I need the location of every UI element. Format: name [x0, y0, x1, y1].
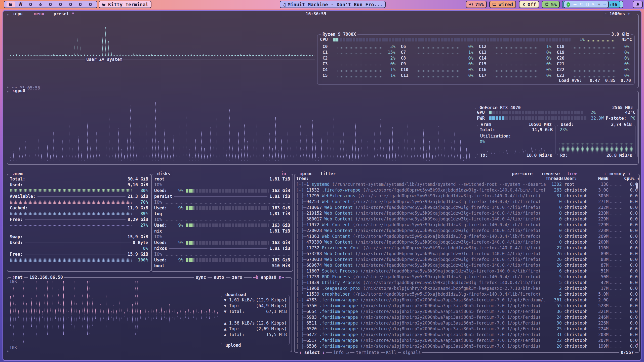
proc-row[interactable]: │ ├─11839 Utility Process (/nix/store/fq… — [295, 280, 639, 286]
disks-io-button[interactable]: io — [279, 171, 288, 177]
net-sync-button[interactable]: sync — [194, 275, 208, 280]
proc-row[interactable]: │ ├─11607 Socket Process (/nix/store/fqa… — [295, 268, 639, 274]
net-auto-button[interactable]: auto — [212, 275, 226, 280]
vram-util-value: 0% — [477, 139, 555, 145]
proc-tree-button[interactable]: tree — [566, 171, 579, 177]
core-graph — [337, 70, 382, 72]
workspace-empty[interactable] — [46, 2, 55, 7]
proc-cpu-graph — [609, 243, 624, 244]
net-zero-button[interactable]: zero — [230, 275, 244, 280]
proc-row[interactable]: │ ├─5983 .ferdium-wrappe (/nix/store/a1p… — [295, 314, 639, 320]
core-graph — [337, 47, 382, 49]
gpu-graph-baseline — [10, 160, 470, 162]
update-interval-control[interactable]: - 1000ms + — [603, 11, 632, 17]
proc-scrollbar-thumb[interactable] — [636, 183, 638, 189]
cpu-core: C220% — [554, 67, 632, 73]
tray-phone-icon[interactable] — [586, 3, 589, 7]
proc-signals-button[interactable]: signals — [401, 350, 422, 355]
proc-kill-button[interactable]: Kill — [385, 350, 398, 355]
net-interface-switcher[interactable]: ←b enp8s0 n→ — [252, 275, 286, 280]
core-graph — [493, 59, 538, 60]
proc-row[interactable]: │ ├─6536 .ferdium-wrappe (/nix/store/a1p… — [295, 343, 639, 349]
proc-row[interactable]: │ ├─11795 WebExtensions (/nix/store/fqad… — [295, 193, 639, 199]
proc-filter-button[interactable]: filter — [319, 171, 337, 177]
proc-row[interactable]: │ ├─11972 Web Content (/nix/store/fqadd0… — [295, 222, 639, 228]
proc-row[interactable]: │ ├─479390 Web Content (/nix/store/fqadd… — [295, 239, 639, 245]
download-title: download — [224, 292, 248, 298]
bluetooth-icon — [522, 2, 526, 7]
media-player[interactable]: ♫ Minuit Machine - Don't Run Fro... — [280, 1, 386, 8]
disk-io-graph — [165, 220, 290, 221]
proc-row[interactable]: │ ├─11732 Privileged Cont (/nix/store/fq… — [295, 245, 639, 251]
empty-workspace-icon — [49, 3, 52, 6]
proc-row[interactable]: │ ├─580017 Web Content (/nix/store/fqadd… — [295, 216, 639, 222]
tray-key-icon[interactable] — [592, 3, 595, 6]
workspace-empty[interactable] — [86, 2, 95, 7]
proc-cpu-graph — [609, 277, 624, 278]
disk-entry: nixos1,81 TiBIO%Used:9%163 GiB — [152, 246, 293, 263]
tray-mustache-icon[interactable] — [573, 3, 577, 6]
workspace-kitty[interactable] — [7, 2, 15, 7]
proc-row[interactable]: │ ├─6517 .ferdium-wrappe (/nix/store/a1p… — [295, 338, 639, 343]
proc-row[interactable]: [-]─11532 .firefox-wrappe (/nix/store/fq… — [295, 187, 639, 193]
proc-row[interactable]: │ ├─94753 Web Content (/nix/store/fqadd0… — [295, 199, 639, 205]
proc-reverse-button[interactable]: reverse — [540, 171, 561, 177]
proc-row[interactable]: [-]─1 systemd (/run/current-system/syste… — [295, 182, 639, 187]
proc-cpu-graph — [609, 214, 624, 215]
proc-row[interactable]: │ ├─220028 Web Content (/nix/store/fqadd… — [295, 228, 639, 234]
proc-row[interactable]: │ ├─6520 .ferdium-wrappe (/nix/store/a1p… — [295, 326, 639, 332]
network-widget[interactable]: Wired — [489, 1, 516, 8]
volume-widget[interactable]: 75% — [466, 1, 487, 8]
proc-row[interactable]: │ ├─11739 RDD Process (/nix/store/fqadd0… — [295, 274, 639, 280]
workspace-neovim[interactable]: N — [16, 2, 25, 7]
disk-list: root1,81 TiBIO%Used:9%163 GiBpersist1,81… — [152, 174, 293, 263]
ethernet-icon — [492, 2, 497, 7]
cpu-widget[interactable]: 5% — [542, 1, 560, 8]
proc-cpu-graph — [609, 318, 624, 319]
memory-panel-title: 2mem — [11, 171, 24, 177]
proc-row[interactable]: │ ├─6654 .ferdium-wrappe (/nix/store/a1p… — [295, 309, 639, 314]
proc-scroll-down-icon[interactable]: ↓ — [636, 341, 638, 347]
proc-row[interactable]: │ ├─689674 Web Content (/nix/store/fqadd… — [295, 262, 639, 268]
tray-display-icon[interactable] — [580, 3, 583, 6]
tray-keyboard-icon[interactable]: ⌨ — [603, 2, 606, 7]
cpu-core: C41% — [320, 67, 398, 73]
disk-entry: nix1,81 TiBIO%Used:9%163 GiB — [152, 228, 293, 246]
notification-widget[interactable] — [633, 1, 643, 8]
network-status: Wired — [499, 2, 513, 7]
proc-row[interactable]: │ └─11539 crashhelper (/nix/store/fqadd0… — [295, 291, 639, 297]
proc-terminate-button[interactable]: terminate — [354, 350, 381, 355]
swap-total-row: Swap:15,9 GiB — [7, 234, 151, 240]
proc-row[interactable]: │ ├─673288 Web Content (/nix/store/fqadd… — [295, 251, 639, 257]
proc-row[interactable]: │ ├─6350 .ferdium-wrappe (/nix/store/a1p… — [295, 303, 639, 309]
workspace-empty[interactable] — [66, 2, 75, 7]
bluetooth-widget[interactable]: Off — [519, 1, 539, 8]
cpu-menu-button[interactable]: menu — [32, 11, 46, 17]
mem-used-meter: 30% — [7, 188, 151, 194]
tx-value: 10,0 MiB/s — [525, 153, 554, 158]
disk-entry: log1,81 TiBIO%Used:9%163 GiB — [152, 211, 293, 228]
cpu-preset-button[interactable]: preset * — [52, 11, 76, 17]
active-window-title[interactable]: Kitty Terminal — [99, 1, 151, 8]
workspace-empty[interactable] — [76, 2, 85, 7]
proc-row[interactable]: [-]─4783 .ferdium-wrappe (/nix/store/a1p… — [295, 297, 639, 303]
core-graph — [571, 47, 616, 49]
tray-funnel-icon[interactable]: ▼ — [598, 2, 600, 7]
proc-cpu-graph — [609, 237, 624, 238]
workspace-empty[interactable] — [26, 2, 35, 7]
tray-check-icon[interactable]: ✓ — [567, 2, 570, 7]
proc-row[interactable]: │ ├─218067 Web Content (/nix/store/fqadd… — [295, 205, 639, 210]
proc-percore-button[interactable]: per-core — [510, 171, 534, 177]
proc-row[interactable]: │ ├─219152 Web Content (/nix/store/fqadd… — [295, 210, 639, 216]
proc-row[interactable]: │ ├─6472 .ferdium-wrappe (/nix/store/a1p… — [295, 332, 639, 338]
proc-row[interactable]: │ ├─11968 .keepassxc-prox (/nix/store/bs… — [295, 286, 639, 291]
workspace-zen[interactable] — [36, 2, 45, 7]
gpu-usage-bar — [489, 111, 584, 114]
proc-info-button[interactable]: info ↵ — [332, 350, 350, 355]
workspace-empty[interactable] — [56, 2, 65, 7]
gpu-model-label: GeForce RTX 4070 — [478, 105, 522, 111]
proc-sort-switcher[interactable]: ← memory → — [603, 171, 632, 177]
proc-row[interactable]: │ ├─6511 .ferdium-wrappe (/nix/store/a1p… — [295, 320, 639, 326]
proc-row[interactable]: │ ├─41363 Web Content (/nix/store/fqadd0… — [295, 234, 639, 239]
proc-row[interactable]: │ ├─673038 Web Content (/nix/store/fqadd… — [295, 257, 639, 262]
